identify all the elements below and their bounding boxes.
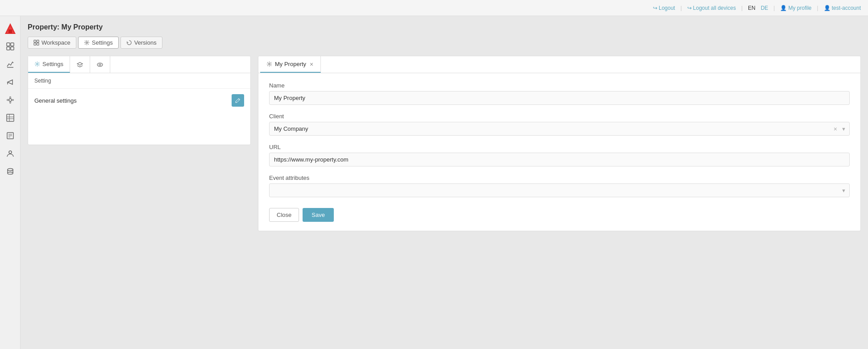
- logout-icon: ↪: [653, 5, 657, 11]
- svg-rect-28: [37, 40, 39, 42]
- page-title: Property: My Property: [28, 23, 861, 31]
- right-panel-tab: My Property ×: [260, 56, 321, 73]
- logout-link[interactable]: ↪ Logout: [653, 5, 675, 11]
- name-label: Name: [269, 82, 850, 89]
- general-settings-label: General settings: [34, 97, 77, 104]
- settings-tab-icon: [84, 40, 90, 46]
- svg-point-9: [9, 99, 12, 101]
- logo-icon[interactable]: [2, 21, 18, 37]
- left-panel-heading: Setting: [28, 73, 250, 89]
- svg-rect-6: [11, 47, 14, 50]
- svg-rect-29: [34, 43, 36, 45]
- right-panel: My Property × Name Client My Company: [258, 56, 861, 231]
- sidebar: [0, 16, 21, 349]
- event-attributes-label: Event attributes: [269, 174, 850, 181]
- sidebar-analytics-icon[interactable]: [2, 56, 18, 72]
- svg-rect-3: [7, 43, 10, 46]
- svg-rect-14: [7, 114, 14, 121]
- svg-point-33: [97, 63, 103, 66]
- sidebar-reports-icon[interactable]: [2, 128, 18, 144]
- logout-all-link[interactable]: ↪ Logout all devices: [687, 5, 736, 11]
- svg-point-22: [9, 151, 12, 154]
- client-select[interactable]: My Company: [269, 122, 850, 136]
- left-panel-row: General settings: [28, 89, 250, 112]
- svg-point-32: [37, 63, 38, 65]
- event-attributes-select-wrap: ▼: [269, 183, 850, 197]
- main-content: Property: My Property Workspace Settings: [21, 16, 868, 349]
- svg-point-10: [9, 97, 11, 98]
- svg-point-11: [9, 102, 11, 104]
- left-settings-icon: [34, 61, 40, 67]
- client-field-group: Client My Company × ▼: [269, 113, 850, 136]
- client-label: Client: [269, 113, 850, 120]
- sidebar-database-icon[interactable]: [2, 163, 18, 179]
- save-button[interactable]: Save: [303, 208, 334, 222]
- form-actions: Close Save: [269, 208, 850, 222]
- left-tab-settings[interactable]: Settings: [28, 56, 70, 73]
- content-area: Settings Setting General settin: [28, 56, 861, 231]
- tab-settings[interactable]: Settings: [78, 37, 119, 49]
- edit-general-settings-button[interactable]: [232, 94, 244, 107]
- top-bar: ↪ Logout | ↪ Logout all devices | EN DE …: [0, 0, 868, 16]
- lang-en[interactable]: EN: [748, 5, 756, 11]
- tab-workspace[interactable]: Workspace: [28, 37, 76, 49]
- eye-icon: [96, 61, 104, 68]
- my-profile-link[interactable]: 👤 My profile: [780, 5, 811, 11]
- svg-point-31: [86, 42, 87, 44]
- sidebar-workspace-icon[interactable]: [2, 38, 18, 54]
- svg-rect-27: [34, 40, 36, 42]
- svg-point-36: [269, 63, 270, 65]
- url-input[interactable]: [269, 153, 850, 166]
- close-button[interactable]: Close: [269, 208, 299, 222]
- workspace-tab-icon: [33, 40, 39, 46]
- svg-point-12: [7, 100, 8, 101]
- right-panel-body: Name Client My Company × ▼ UR: [258, 73, 860, 231]
- lang-de[interactable]: DE: [761, 5, 768, 11]
- account-link[interactable]: 👤 test-account: [824, 5, 861, 11]
- svg-rect-4: [11, 43, 14, 46]
- name-field-group: Name: [269, 82, 850, 105]
- sidebar-campaigns-icon[interactable]: [2, 74, 18, 90]
- svg-point-13: [12, 100, 13, 101]
- right-panel-header: My Property ×: [258, 56, 860, 73]
- event-attributes-field-group: Event attributes ▼: [269, 174, 850, 197]
- left-tab-preview[interactable]: [90, 56, 110, 73]
- left-tab-layers[interactable]: [70, 56, 90, 73]
- event-attributes-select[interactable]: [269, 183, 850, 197]
- sidebar-integrations-icon[interactable]: [2, 92, 18, 108]
- account-icon: 👤: [824, 5, 831, 11]
- svg-point-26: [8, 172, 13, 174]
- svg-point-34: [99, 64, 101, 66]
- tab-bar: Workspace Settings Versions: [28, 37, 861, 49]
- svg-rect-30: [37, 43, 39, 45]
- left-panel: Settings Setting General settin: [28, 56, 251, 145]
- pencil-icon: [235, 98, 241, 103]
- sidebar-grid-icon[interactable]: [2, 110, 18, 126]
- right-panel-tab-label: My Property: [275, 61, 306, 67]
- client-clear-button[interactable]: ×: [834, 125, 837, 133]
- profile-icon: 👤: [780, 5, 787, 11]
- url-label: URL: [269, 144, 850, 150]
- client-select-wrap: My Company × ▼: [269, 122, 850, 136]
- logout-all-icon: ↪: [687, 5, 692, 11]
- svg-point-23: [8, 169, 13, 171]
- url-field-group: URL: [269, 144, 850, 166]
- tab-versions[interactable]: Versions: [120, 37, 162, 49]
- left-panel-tabs: Settings: [28, 56, 250, 73]
- svg-rect-2: [8, 29, 12, 33]
- layers-icon: [76, 61, 83, 68]
- svg-rect-5: [7, 47, 10, 50]
- versions-tab-icon: [126, 40, 132, 46]
- right-settings-icon: [266, 61, 272, 67]
- sidebar-users-icon[interactable]: [2, 145, 18, 162]
- close-tab-button[interactable]: ×: [309, 61, 314, 67]
- name-input[interactable]: [269, 91, 850, 105]
